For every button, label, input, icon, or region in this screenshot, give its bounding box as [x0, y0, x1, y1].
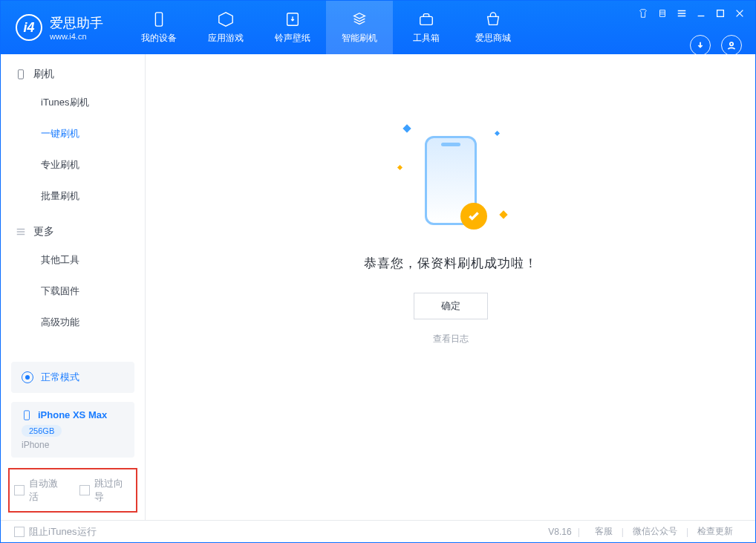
main-content: 恭喜您，保资料刷机成功啦！ 确定 查看日志: [146, 54, 755, 520]
window-controls: [638, 8, 745, 19]
status-bar: 阻止iTunes运行 V8.16 | 客服 | 微信公众号 | 检查更新: [1, 520, 755, 542]
sidebar-item-other-tools[interactable]: 其他工具: [1, 244, 145, 276]
svg-point-4: [730, 42, 733, 45]
user-icon[interactable]: [721, 35, 742, 56]
checkbox-auto-activate[interactable]: 自动激活: [14, 477, 66, 504]
device-mode-box[interactable]: 正常模式: [11, 362, 134, 393]
tab-label: 爱思商城: [475, 32, 511, 45]
app-url: www.i4.cn: [50, 32, 103, 41]
mode-indicator-icon: [22, 371, 33, 383]
checkbox-box-icon: [14, 485, 25, 495]
svg-rect-2: [420, 16, 433, 25]
maximize-icon[interactable]: [715, 8, 726, 19]
sidebar-item-oneclick-flash[interactable]: 一键刷机: [1, 118, 145, 149]
checkbox-label: 阻止iTunes运行: [29, 525, 97, 539]
app-name: 爱思助手: [50, 14, 103, 32]
logo-text-block: 爱思助手 www.i4.cn: [50, 14, 103, 41]
tab-store[interactable]: 爱思商城: [460, 1, 527, 54]
checkbox-box-icon: [14, 527, 25, 537]
tab-label: 铃声壁纸: [275, 32, 310, 45]
sidebar-group-label: 更多: [33, 225, 54, 238]
success-illustration: [425, 136, 477, 225]
checkbox-skip-guide[interactable]: 跳过向导: [79, 477, 131, 504]
logo-icon: i4: [16, 14, 42, 41]
footer-link-check-update[interactable]: 检查更新: [688, 525, 742, 538]
success-message: 恭喜您，保资料刷机成功啦！: [364, 255, 538, 272]
confirm-button[interactable]: 确定: [414, 293, 488, 319]
close-icon[interactable]: [734, 8, 745, 19]
sidebar-item-itunes-flash[interactable]: iTunes刷机: [1, 87, 145, 118]
menu-icon[interactable]: [677, 8, 687, 19]
checkbox-box-icon: [79, 485, 90, 495]
tab-label: 智能刷机: [342, 32, 377, 45]
download-icon[interactable]: [690, 35, 711, 56]
sidebar: 刷机 iTunes刷机 一键刷机 专业刷机 批量刷机 更多 其他工具 下载固件 …: [1, 54, 146, 520]
tab-my-device[interactable]: 我的设备: [126, 1, 192, 54]
footer-link-wechat[interactable]: 微信公众号: [624, 525, 686, 538]
view-log-link[interactable]: 查看日志: [364, 333, 538, 345]
svg-rect-6: [25, 410, 30, 419]
device-type: iPhone: [22, 440, 124, 450]
checkbox-label: 跳过向导: [94, 477, 131, 504]
device-info-box[interactable]: iPhone XS Max 256GB iPhone: [11, 402, 134, 458]
sidebar-item-pro-flash[interactable]: 专业刷机: [1, 149, 145, 181]
device-mode-label: 正常模式: [41, 371, 79, 384]
version-label: V8.16: [548, 527, 571, 537]
success-check-icon: [460, 203, 487, 230]
checkbox-block-itunes[interactable]: 阻止iTunes运行: [14, 525, 97, 539]
tab-label: 应用游戏: [208, 32, 244, 45]
tab-label: 我的设备: [141, 32, 177, 45]
shirt-icon[interactable]: [638, 8, 648, 19]
checkbox-label: 自动激活: [29, 477, 66, 504]
svg-rect-0: [155, 12, 162, 25]
sidebar-group-more: 更多: [1, 212, 145, 244]
tab-ringtone-wallpaper[interactable]: 铃声壁纸: [259, 1, 326, 54]
option-highlight-frame: 自动激活 跳过向导: [8, 468, 137, 513]
sidebar-item-advanced[interactable]: 高级功能: [1, 307, 145, 338]
tab-toolbox[interactable]: 工具箱: [393, 1, 460, 54]
header-tabs: 我的设备 应用游戏 铃声壁纸 智能刷机 工具箱 爱思商城: [126, 1, 527, 54]
sidebar-group-flash: 刷机: [1, 54, 145, 87]
header-right: [638, 1, 755, 56]
list-icon[interactable]: [657, 8, 668, 19]
svg-rect-5: [19, 70, 24, 79]
sidebar-group-label: 刷机: [33, 68, 54, 81]
minimize-icon[interactable]: [696, 8, 706, 19]
svg-rect-3: [717, 10, 724, 17]
sidebar-item-download-firmware[interactable]: 下载固件: [1, 276, 145, 307]
device-storage-badge: 256GB: [22, 425, 62, 437]
sidebar-item-batch-flash[interactable]: 批量刷机: [1, 181, 145, 212]
device-name: iPhone XS Max: [38, 409, 107, 420]
tab-label: 工具箱: [413, 32, 440, 45]
tab-smart-flash[interactable]: 智能刷机: [326, 1, 393, 54]
app-header: i4 爱思助手 www.i4.cn 我的设备 应用游戏 铃声壁纸 智能刷机 工具…: [1, 1, 755, 54]
tab-apps-games[interactable]: 应用游戏: [192, 1, 259, 54]
footer-link-support[interactable]: 客服: [586, 525, 622, 538]
app-logo: i4 爱思助手 www.i4.cn: [16, 14, 103, 41]
